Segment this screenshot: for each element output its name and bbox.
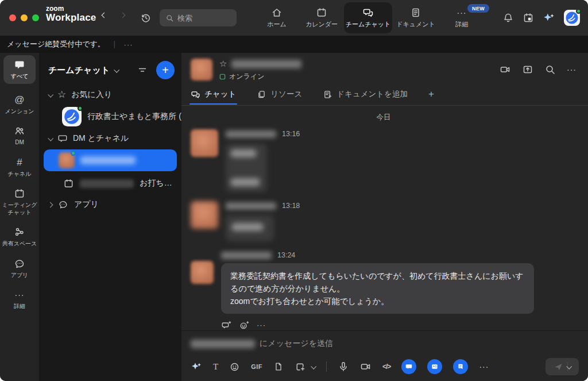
zoom-window-button[interactable] (32, 14, 39, 21)
rail-item-dm[interactable]: DM (0, 125, 39, 147)
section-favorites[interactable]: ☆ お気に入り (39, 85, 181, 105)
ai-compose-icon[interactable] (191, 361, 202, 372)
chevron-down-icon[interactable] (114, 67, 119, 72)
notifications-bell-icon[interactable] (502, 12, 514, 24)
message-more-icon[interactable]: ··· (257, 320, 266, 330)
format-text-icon[interactable]: T (213, 362, 218, 372)
message-timestamp: 13:24 (277, 251, 295, 259)
attach-file-icon[interactable] (273, 361, 284, 372)
share-screen-icon[interactable] (522, 64, 533, 75)
rail-item-mentions[interactable]: @ メンション (0, 94, 39, 116)
tab-resources[interactable]: リソース (257, 89, 302, 105)
share-nodes-icon (14, 226, 25, 238)
rail-item-apps[interactable]: アプリ (0, 258, 39, 279)
history-icon[interactable] (140, 12, 152, 24)
redacted-sender-name (226, 130, 276, 138)
start-video-meeting-icon[interactable] (500, 64, 511, 75)
favorite-star-icon[interactable]: ☆ (219, 59, 227, 69)
zoom-workplace-logo: zoom Workplace (46, 5, 96, 24)
rail-item-meeting-chat[interactable]: ミーティングチャット (0, 188, 39, 216)
reply-in-thread-icon[interactable] (221, 320, 231, 330)
new-chat-button[interactable]: + (156, 61, 175, 79)
tab-calendar[interactable]: カレンダー (297, 2, 346, 33)
schedule-icon[interactable] (523, 12, 534, 24)
rail-item-channels[interactable]: # チャネル (0, 157, 39, 178)
sidebar-item-favorite-app[interactable]: 行政書士やまもと事務所 (… (39, 105, 181, 129)
message-timestamp: 13:18 (282, 202, 300, 210)
filter-icon[interactable] (137, 64, 148, 76)
tab-team-chat[interactable]: チームチャット (344, 2, 392, 33)
contact-avatar (59, 152, 75, 168)
composer: にメッセージを送信 T GIF (181, 330, 588, 381)
more-dots-icon: ··· (15, 289, 25, 301)
tab-chat[interactable]: チャット (191, 89, 236, 105)
sidebar-item-meeting-chat[interactable]: お打ち… (39, 172, 181, 194)
app-chat-icon[interactable] (401, 359, 416, 374)
sidebar-item-apps[interactable]: アプリ (39, 194, 181, 215)
screenshot-options-chevron[interactable] (311, 363, 316, 369)
send-button[interactable] (546, 358, 579, 375)
sender-avatar[interactable] (191, 261, 214, 284)
rail-item-shared-spaces[interactable]: 共有スペース (0, 226, 39, 248)
sidebar-title: チームチャット (48, 65, 110, 76)
app-contact-card-icon[interactable] (427, 359, 442, 374)
message-row: 13:16 (191, 129, 577, 192)
video-message-icon[interactable] (360, 361, 372, 372)
back-icon[interactable] (102, 13, 106, 17)
add-reaction-icon[interactable] (239, 320, 249, 330)
tab-add-document[interactable]: ドキュメントを追加 (323, 89, 408, 105)
sidebar-item-meeting-suffix: お打ち… (140, 178, 172, 188)
presence-dot (71, 151, 76, 156)
message-row: 13:18 (191, 201, 577, 241)
window-controls (9, 14, 39, 21)
sidebar-item-apps-label: アプリ (74, 199, 99, 210)
at-icon: @ (14, 94, 24, 106)
composer-input[interactable]: にメッセージを送信 (191, 338, 579, 349)
app-avatar (62, 107, 82, 126)
status-banner-more-icon[interactable]: ··· (124, 40, 133, 49)
forward-icon[interactable] (121, 13, 125, 17)
add-tab-icon[interactable]: + (428, 88, 434, 105)
tab-more[interactable]: ··· 詳細 NEW (438, 2, 486, 33)
ai-companion-icon[interactable] (543, 11, 555, 24)
code-snippet-icon[interactable]: </> (382, 363, 390, 371)
redacted-sender-name (221, 252, 272, 259)
emoji-icon[interactable] (229, 361, 240, 372)
presence-dot (78, 106, 83, 111)
composer-placeholder: にメッセージを送信 (260, 338, 333, 349)
tab-docs[interactable]: ドキュメント (392, 2, 440, 33)
sender-avatar[interactable] (191, 201, 218, 229)
minimize-window-button[interactable] (21, 14, 28, 21)
search-input[interactable] (177, 14, 229, 22)
redacted-contact-name (80, 156, 136, 164)
profile-avatar[interactable] (564, 10, 580, 26)
search-in-chat-icon[interactable] (544, 64, 556, 75)
screenshot-icon[interactable] (295, 361, 305, 372)
toolbar-divider (326, 361, 327, 372)
rail-item-shared-spaces-label: 共有スペース (2, 240, 37, 248)
section-dm-channels[interactable]: DM とチャネル (39, 129, 181, 148)
tab-home[interactable]: ホーム (253, 2, 301, 33)
audio-message-mic-icon[interactable] (338, 361, 349, 372)
chat-more-icon[interactable]: ··· (567, 64, 577, 75)
chat-contact-avatar[interactable] (191, 59, 212, 80)
sender-avatar[interactable] (191, 129, 218, 157)
global-search[interactable] (160, 9, 237, 26)
chevron-down-icon (48, 91, 53, 97)
message-row: 13:24 業務委託契約書を作成してもらいたいのですが、初めて行政書士さんにお願… (191, 251, 577, 330)
rail-item-more[interactable]: ··· 詳細 (0, 289, 39, 310)
star-icon: ☆ (57, 90, 66, 100)
close-window-button[interactable] (9, 14, 16, 21)
date-divider: 今日 (191, 113, 577, 122)
home-icon (271, 7, 283, 18)
redacted-meeting-name (80, 179, 134, 188)
sidebar-item-favorite-label: 行政書士やまもと事務所 (… (87, 111, 181, 122)
left-rail: すべて @ メンション DM # チャネル ミーティングチャット 共有スペー (0, 53, 39, 381)
chat-dots-icon (14, 258, 25, 270)
sidebar-item-selected-dm[interactable] (44, 149, 177, 171)
composer-more-icon[interactable]: ··· (479, 361, 489, 372)
rail-item-all[interactable]: すべて (0, 55, 39, 84)
new-badge: NEW (467, 4, 489, 13)
app-notes-icon[interactable] (453, 359, 468, 374)
gif-icon[interactable]: GIF (251, 363, 262, 370)
